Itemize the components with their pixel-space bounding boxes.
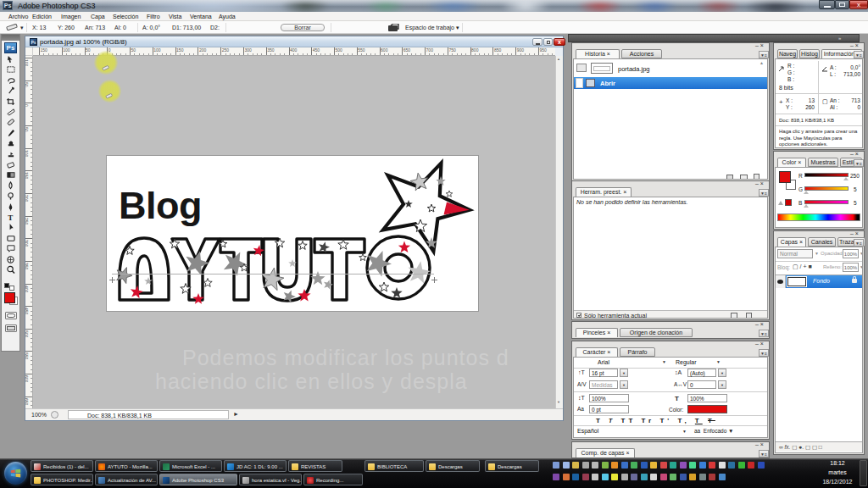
svg-text:T: T <box>8 214 13 221</box>
svg-text:Blog: Blog <box>119 184 202 227</box>
